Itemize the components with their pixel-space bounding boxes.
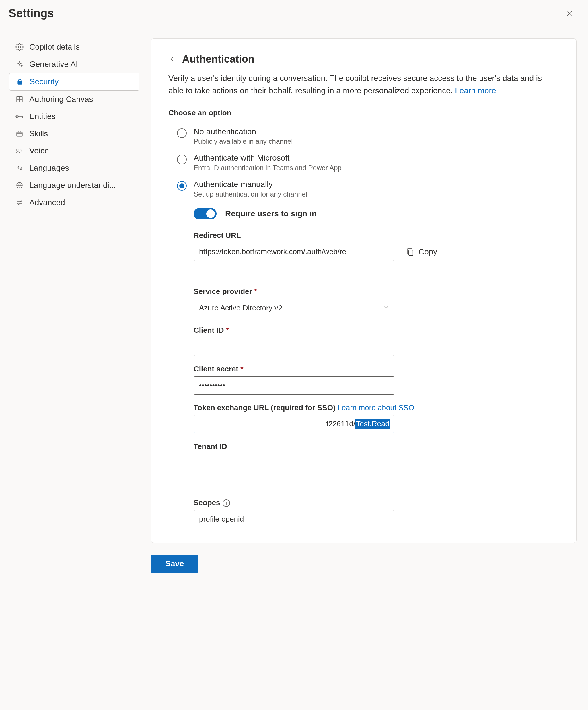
radio-indicator (177, 181, 187, 191)
client-secret-label: Client secret * (194, 364, 559, 374)
sidebar-item-label: Language understandi... (29, 181, 116, 190)
redirect-url-label: Redirect URL (194, 231, 559, 240)
save-button[interactable]: Save (151, 554, 198, 573)
radio-authenticate-manually[interactable]: Authenticate manually Set up authenticat… (177, 176, 559, 202)
sidebar-item-label: Voice (29, 146, 49, 156)
copy-label: Copy (419, 247, 437, 257)
sidebar-item-authoring-canvas[interactable]: Authoring Canvas (9, 91, 139, 108)
sliders-icon (15, 198, 24, 207)
settings-sidebar: Copilot details Generative AI Security A… (5, 39, 139, 573)
svg-rect-8 (409, 250, 413, 255)
globe-icon (15, 181, 24, 190)
sidebar-item-label: Security (29, 77, 58, 86)
sidebar-item-generative-ai[interactable]: Generative AI (9, 56, 139, 73)
radio-label: Authenticate manually (194, 180, 307, 189)
svg-point-7 (18, 203, 19, 204)
sparkle-icon (15, 60, 24, 69)
radio-authenticate-microsoft[interactable]: Authenticate with Microsoft Entra ID aut… (177, 149, 559, 176)
settings-header: Settings (0, 0, 588, 27)
copy-icon (406, 247, 415, 257)
client-secret-input[interactable] (194, 376, 394, 395)
entities-icon: ab (15, 112, 24, 121)
choose-option-label: Choose an option (168, 109, 559, 117)
require-signin-label: Require users to sign in (225, 209, 317, 218)
svg-point-6 (20, 201, 22, 202)
tenant-id-label: Tenant ID (194, 442, 559, 451)
learn-more-link[interactable]: Learn more (455, 86, 496, 95)
client-id-input[interactable] (194, 338, 394, 356)
radio-label: Authenticate with Microsoft (194, 153, 342, 163)
sidebar-item-copilot-details[interactable]: Copilot details (9, 39, 139, 56)
learn-more-sso-link[interactable]: Learn more about SSO (337, 403, 414, 412)
token-value-selected: Test.Read (355, 419, 390, 429)
radio-indicator (177, 155, 187, 164)
sidebar-item-entities[interactable]: ab Entities (9, 108, 139, 125)
divider (194, 273, 559, 273)
scopes-input[interactable] (194, 510, 394, 528)
sidebar-item-label: Skills (29, 129, 48, 138)
radio-indicator (177, 128, 187, 138)
token-value-plain: f22611d/ (326, 419, 355, 428)
page-title: Settings (8, 7, 54, 20)
svg-rect-3 (17, 132, 22, 136)
radio-sublabel: Entra ID authentication in Teams and Pow… (194, 164, 342, 172)
translate-icon (15, 164, 24, 173)
voice-icon (15, 146, 24, 156)
copy-redirect-button[interactable]: Copy (406, 247, 437, 257)
sidebar-item-languages[interactable]: Languages (9, 160, 139, 177)
sidebar-item-label: Languages (29, 164, 69, 173)
back-button[interactable] (168, 55, 177, 63)
sidebar-item-label: Copilot details (29, 43, 80, 52)
sidebar-item-security[interactable]: Security (9, 73, 139, 91)
sidebar-item-advanced[interactable]: Advanced (9, 194, 139, 211)
sidebar-item-label: Advanced (29, 198, 65, 207)
tenant-id-input[interactable] (194, 454, 394, 472)
radio-no-authentication[interactable]: No authentication Publicly available in … (177, 123, 559, 149)
svg-point-4 (17, 149, 19, 151)
sidebar-item-label: Entities (29, 112, 56, 121)
sidebar-item-skills[interactable]: Skills (9, 125, 139, 142)
svg-point-0 (19, 46, 21, 48)
gear-icon (15, 43, 24, 52)
scopes-label: Scopesi (194, 498, 559, 507)
panel-title: Authentication (182, 53, 254, 65)
info-icon[interactable]: i (222, 499, 230, 507)
client-id-label: Client ID * (194, 326, 559, 335)
lock-icon (15, 77, 24, 86)
radio-sublabel: Publicly available in any channel (194, 137, 293, 145)
svg-text:ab: ab (16, 115, 19, 118)
radio-label: No authentication (194, 127, 293, 136)
sidebar-item-label: Authoring Canvas (29, 95, 93, 104)
sidebar-item-label: Generative AI (29, 60, 78, 69)
sidebar-item-voice[interactable]: Voice (9, 142, 139, 160)
radio-sublabel: Set up authentication for any channel (194, 190, 307, 198)
service-provider-label: Service provider * (194, 287, 559, 296)
service-provider-select[interactable] (194, 299, 394, 317)
authentication-panel: Authentication Verify a user's identity … (151, 39, 577, 543)
redirect-url-input[interactable] (194, 243, 394, 261)
grid-icon (15, 95, 24, 104)
token-exchange-input[interactable]: f22611d/Test.Read (194, 415, 394, 433)
panel-description: Verify a user's identity during a conver… (168, 72, 559, 97)
auth-option-group: No authentication Publicly available in … (168, 123, 559, 202)
briefcase-icon (15, 129, 24, 138)
token-exchange-label: Token exchange URL (required for SSO) Le… (194, 403, 559, 412)
close-button[interactable] (565, 9, 574, 18)
sidebar-item-language-understanding[interactable]: Language understandi... (9, 177, 139, 194)
require-signin-toggle[interactable] (194, 208, 216, 219)
